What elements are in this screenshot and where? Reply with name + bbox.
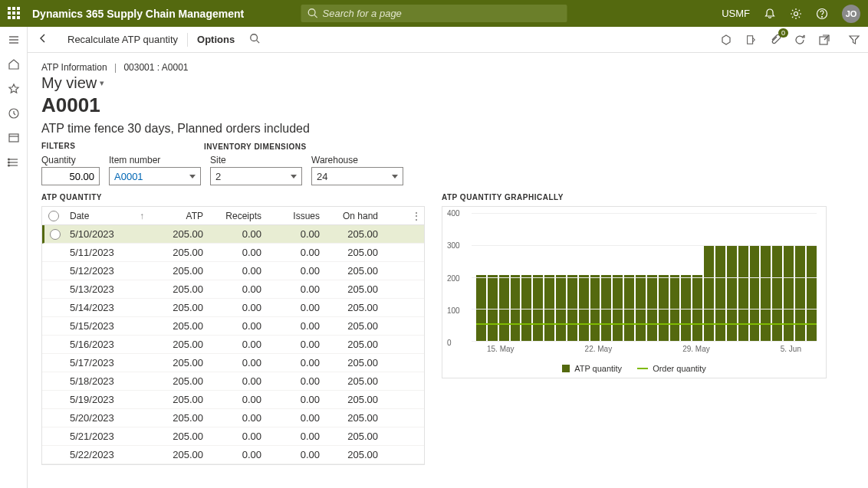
table-row[interactable]: 5/16/2023205.000.000.00205.00	[42, 336, 424, 354]
cell-date: 5/19/2023	[65, 394, 134, 405]
company-picker[interactable]: USMF	[722, 8, 750, 19]
row-select[interactable]	[44, 229, 65, 240]
search-input[interactable]	[301, 5, 567, 22]
personalize-icon[interactable]	[719, 33, 733, 47]
item-number-select[interactable]: A0001	[109, 167, 201, 185]
options-button[interactable]: Options	[189, 27, 242, 52]
table-row[interactable]: 5/21/2023205.000.000.00205.00	[42, 427, 424, 446]
table-row[interactable]: 5/17/2023205.000.000.00205.00	[42, 354, 424, 372]
cell-atp: 205.00	[150, 394, 208, 405]
breadcrumb: ATP Information | 003001 : A0001	[41, 62, 827, 73]
chart-bar	[556, 275, 566, 341]
page-options-icon[interactable]	[744, 33, 758, 47]
quantity-label: Quantity	[41, 155, 100, 165]
chart-bar	[704, 245, 714, 341]
cell-receipts: 0.00	[208, 357, 266, 368]
cell-onhand: 205.00	[324, 302, 383, 313]
atp-graph-label: ATP QUANTITY GRAPHICALLY	[442, 193, 827, 201]
chart-bar	[613, 275, 623, 341]
svg-point-4	[822, 16, 823, 17]
atp-table: Date ↑ ATP Receipts Issues On hand ⋮ 5/1…	[41, 206, 425, 465]
recalculate-button[interactable]: Recalculate ATP quantity	[60, 27, 186, 52]
inventory-dimensions-label: INVENTORY DIMENSIONS	[204, 142, 307, 151]
cell-atp: 205.00	[150, 449, 208, 460]
quantity-input[interactable]	[41, 167, 100, 185]
chart-bar	[601, 275, 611, 341]
chart-bar	[715, 245, 725, 341]
global-search	[301, 5, 567, 22]
chart-x-axis: 15. May22. May29. May5. Jun	[472, 345, 817, 353]
modules-icon[interactable]	[7, 156, 21, 169]
filters-row: Quantity Item number A0001 Site 2 Wareho…	[41, 155, 827, 185]
chart-bar	[738, 245, 748, 341]
svg-point-17	[251, 34, 258, 41]
refresh-icon[interactable]	[793, 33, 807, 47]
chart-bar	[681, 275, 691, 341]
cell-date: 5/22/2023	[65, 449, 134, 460]
recent-icon[interactable]	[7, 106, 21, 120]
cell-receipts: 0.00	[208, 320, 266, 332]
sort-indicator-icon[interactable]: ↑	[134, 211, 150, 221]
help-icon[interactable]	[816, 8, 828, 20]
cell-onhand: 205.00	[324, 357, 383, 368]
table-row[interactable]: 5/20/2023205.000.000.00205.00	[42, 409, 424, 427]
table-row[interactable]: 5/10/2023205.000.000.00205.00	[42, 225, 424, 244]
cell-onhand: 205.00	[324, 320, 383, 332]
table-row[interactable]: 5/19/2023205.000.000.00205.00	[42, 391, 424, 409]
chart-bar	[590, 275, 600, 341]
col-atp[interactable]: ATP	[150, 211, 208, 221]
gear-icon[interactable]	[790, 8, 802, 20]
view-selector[interactable]: My view ▾	[41, 74, 827, 92]
svg-rect-9	[9, 134, 18, 142]
col-receipts[interactable]: Receipts	[208, 211, 266, 221]
col-issues[interactable]: Issues	[266, 211, 324, 221]
chart-plot-area	[472, 213, 817, 341]
funnel-icon[interactable]	[847, 33, 861, 47]
popout-icon[interactable]	[817, 33, 831, 47]
warehouse-label: Warehouse	[311, 155, 403, 165]
cell-date: 5/15/2023	[65, 320, 134, 332]
table-row[interactable]: 5/12/2023205.000.000.00205.00	[42, 262, 424, 280]
cell-receipts: 0.00	[208, 247, 266, 258]
col-onhand[interactable]: On hand	[324, 211, 383, 221]
table-row[interactable]: 5/22/2023205.000.000.00205.00	[42, 446, 424, 464]
app-launcher-icon[interactable]	[8, 7, 21, 21]
cell-date: 5/16/2023	[65, 339, 134, 350]
star-icon[interactable]	[7, 82, 21, 96]
attachments-icon[interactable]: 0	[768, 33, 782, 47]
bell-icon[interactable]	[764, 8, 776, 20]
table-row[interactable]: 5/18/2023205.000.000.00205.00	[42, 372, 424, 391]
chart-bar	[750, 245, 760, 341]
table-row[interactable]: 5/13/2023205.000.000.00205.00	[42, 280, 424, 299]
table-header: Date ↑ ATP Receipts Issues On hand ⋮	[42, 206, 424, 225]
chart-bar	[772, 245, 782, 341]
cell-issues: 0.00	[266, 449, 324, 460]
table-row[interactable]: 5/11/2023205.000.000.00205.00	[42, 244, 424, 262]
hamburger-icon[interactable]	[7, 33, 21, 47]
cell-atp: 205.00	[150, 320, 208, 332]
home-icon[interactable]	[7, 57, 21, 71]
item-field-group: Item number A0001	[109, 155, 201, 185]
col-date[interactable]: Date	[65, 211, 134, 221]
more-columns-icon[interactable]: ⋮	[412, 211, 421, 221]
table-row[interactable]: 5/15/2023205.000.000.00205.00	[42, 317, 424, 336]
warehouse-select[interactable]: 24	[311, 167, 403, 185]
chevron-down-icon: ▾	[100, 78, 104, 88]
cell-date: 5/13/2023	[65, 283, 134, 295]
table-body[interactable]: 5/10/2023205.000.000.00205.005/11/202320…	[42, 225, 424, 464]
workspaces-icon[interactable]	[7, 131, 21, 145]
chart-bar	[636, 275, 646, 341]
record-id-title: A0001	[41, 93, 827, 117]
chart-bar	[544, 275, 554, 341]
action-search-icon[interactable]	[247, 33, 262, 46]
x-tick: 22. May	[585, 345, 613, 353]
back-button[interactable]	[37, 32, 55, 47]
avatar[interactable]: JO	[842, 5, 860, 23]
atp-table-column: ATP QUANTITY Date ↑ ATP Receipts Issues …	[41, 193, 425, 465]
site-select[interactable]: 2	[210, 167, 302, 185]
order-quantity-line	[476, 323, 817, 325]
chart-bar	[579, 275, 589, 341]
cell-receipts: 0.00	[208, 449, 266, 460]
select-all[interactable]	[42, 211, 65, 221]
table-row[interactable]: 5/14/2023205.000.000.00205.00	[42, 299, 424, 317]
